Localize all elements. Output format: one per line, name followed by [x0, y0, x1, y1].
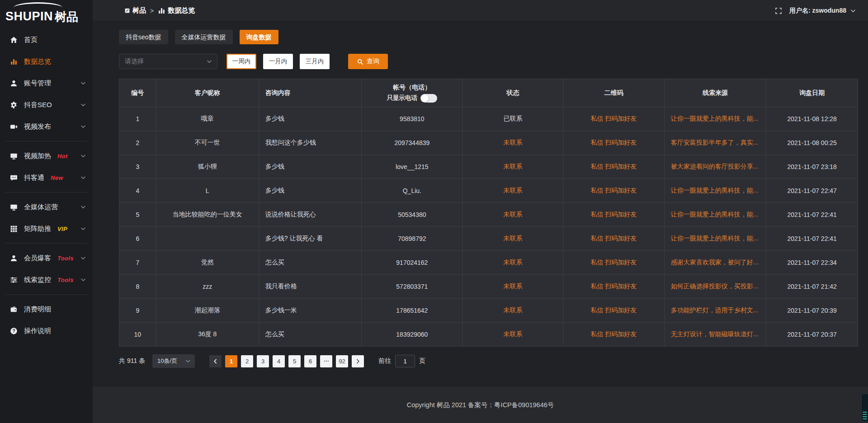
sidebar-item-douketong[interactable]: 抖客通New — [0, 167, 93, 188]
goto-page-input[interactable] — [395, 355, 415, 367]
sidebar-item-badge: Tools — [57, 255, 74, 262]
cell-qrcode[interactable]: 私信 扫码加好友 — [563, 227, 665, 251]
sidebar-item-home[interactable]: 首页 — [0, 29, 93, 51]
more-pages-button[interactable] — [320, 355, 332, 367]
page-size-select[interactable]: 10条/页 — [152, 354, 195, 368]
cell-status: 未联系 — [462, 155, 563, 179]
sidebar-item-member-baoke[interactable]: 会员爆客Tools — [0, 247, 93, 269]
sidebar-item-label: 矩阵助推 — [24, 225, 51, 233]
cell-qrcode[interactable]: 私信 扫码加好友 — [563, 203, 665, 227]
app-root: SHUPIN 树品 首页数据总览账号管理抖音SEO视频发布视频加热Hot抖客通N… — [0, 0, 868, 423]
phone-only-toggle[interactable] — [420, 94, 437, 103]
ellipsis-icon — [323, 358, 330, 364]
sidebar-divider — [5, 243, 87, 244]
breadcrumb-item[interactable]: 树品 — [124, 6, 146, 15]
col-account-label: 帐号（电话） — [362, 84, 462, 92]
filter-bar: 请选择 一周内一月内三月内 查询 — [119, 54, 858, 69]
col-account: 帐号（电话） 只显示电话 — [361, 79, 462, 107]
inquiry-table: 编号 客户昵称 咨询内容 帐号（电话） 只显示电话 状态 二维码 线索来源 — [119, 79, 858, 347]
cell-account: 70898792 — [361, 227, 462, 251]
next-page-button[interactable] — [352, 355, 364, 367]
sidebar-item-operation-guide[interactable]: ?操作说明 — [0, 320, 93, 342]
cell-status: 未联系 — [462, 131, 563, 155]
sidebar-item-account-management[interactable]: 账号管理 — [0, 72, 93, 94]
period-button-0[interactable]: 一周内 — [226, 54, 256, 69]
period-button-2[interactable]: 三月内 — [300, 54, 330, 69]
cell-qrcode[interactable]: 私信 扫码加好友 — [563, 131, 665, 155]
cell-source[interactable]: 无主灯设计，智能磁吸轨道灯... — [664, 323, 766, 347]
cell-source[interactable]: 被大家追着问的客厅投影分享... — [664, 155, 766, 179]
table-row: 9潮起潮落多少钱一米178651642未联系私信 扫码加好友多功能护栏灯，适用于… — [119, 299, 858, 323]
sidebar-item-label: 首页 — [24, 36, 38, 44]
sidebar-item-clue-monitor[interactable]: 线索监控Tools — [0, 269, 93, 291]
cell-nickname: 不可一世 — [156, 131, 259, 155]
breadcrumb-item[interactable]: 数据总览 — [158, 6, 195, 15]
cell-source[interactable]: 感谢大家喜欢我家，被问了好... — [664, 251, 766, 275]
cell-id: 6 — [119, 227, 156, 251]
cell-account: 9583810 — [361, 107, 462, 131]
breadcrumb-label: 树品 — [132, 6, 146, 15]
logo[interactable]: SHUPIN 树品 — [0, 0, 93, 26]
sidebar-item-video-publish[interactable]: 视频发布 — [0, 116, 93, 137]
page-button-6[interactable]: 6 — [304, 355, 316, 367]
cell-qrcode[interactable]: 私信 扫码加好友 — [563, 323, 665, 347]
cell-source[interactable]: 如何正确选择投影仪，买投影... — [664, 275, 766, 299]
account-select[interactable]: 请选择 — [119, 54, 217, 69]
cell-date: 2021-11-07 21:42 — [766, 275, 858, 299]
sidebar-item-matrix-boost[interactable]: 矩阵助推VIP — [0, 218, 93, 240]
cell-content: 多少钱 — [259, 179, 361, 203]
sidebar-item-label: 消费明细 — [24, 305, 51, 314]
cell-qrcode[interactable]: 私信 扫码加好友 — [563, 251, 665, 275]
sidebar-divider — [5, 294, 87, 295]
cell-source[interactable]: 让你一眼就爱上的黑科技，能... — [664, 227, 766, 251]
sidebar-item-media-operation[interactable]: 全媒体运营 — [0, 196, 93, 218]
chevron-down-icon — [80, 255, 86, 261]
cell-qrcode[interactable]: 私信 扫码加好友 — [563, 299, 665, 323]
cell-qrcode[interactable]: 私信 扫码加好友 — [563, 155, 665, 179]
cell-qrcode[interactable]: 私信 扫码加好友 — [563, 107, 665, 131]
wallet-icon — [10, 306, 19, 313]
tab-2[interactable]: 询盘数据 — [240, 30, 278, 44]
page-button-4[interactable]: 4 — [273, 355, 285, 367]
cell-qrcode[interactable]: 私信 扫码加好友 — [563, 179, 665, 203]
table-row: 4L多少钱Q_Liu.未联系私信 扫码加好友让你一眼就爱上的黑科技，能...20… — [119, 179, 858, 203]
chevron-down-icon[interactable] — [850, 8, 856, 14]
cell-source[interactable]: 让你一眼就爱上的黑科技，能... — [664, 203, 766, 227]
tab-0[interactable]: 抖音seo数据 — [119, 30, 168, 44]
sidebar-item-consumption-detail[interactable]: 消费明细 — [0, 298, 93, 320]
page-button-1[interactable]: 1 — [225, 355, 237, 367]
logo-arc — [14, 2, 62, 8]
cell-account: 2097344839 — [361, 131, 462, 155]
footer: Copyright 树品 2021 备案号：粤ICP备09019646号 — [93, 387, 868, 423]
sidebar-item-badge: VIP — [57, 226, 67, 232]
cell-content: 我只看价格 — [259, 275, 361, 299]
prev-page-button[interactable] — [209, 355, 222, 367]
sidebar-item-data-overview[interactable]: 数据总览 — [0, 51, 93, 72]
sidebar-item-douyin-seo[interactable]: 抖音SEO — [0, 94, 93, 116]
cell-source[interactable]: 让你一眼就爱上的黑科技，能... — [664, 179, 766, 203]
cell-source[interactable]: 让你一眼就爱上的黑科技，能... — [664, 107, 766, 131]
page-button-92[interactable]: 92 — [336, 355, 348, 367]
cell-date: 2021-11-08 12:28 — [766, 107, 858, 131]
cell-status: 未联系 — [462, 203, 563, 227]
cell-source[interactable]: 多功能护栏灯，适用于乡村文... — [664, 299, 766, 323]
username[interactable]: 用户名: zswodun88 — [789, 7, 846, 15]
col-date: 询盘日期 — [766, 79, 858, 107]
query-button[interactable]: 查询 — [348, 54, 388, 69]
page-button-3[interactable]: 3 — [257, 355, 269, 367]
cell-source[interactable]: 客厅安装投影半年多了，真实... — [664, 131, 766, 155]
monitor-play-icon — [10, 152, 19, 160]
period-button-1[interactable]: 一月内 — [263, 54, 293, 69]
cell-qrcode[interactable]: 私信 扫码加好友 — [563, 275, 665, 299]
page-button-5[interactable]: 5 — [288, 355, 301, 367]
fullscreen-icon[interactable] — [775, 7, 782, 14]
tab-1[interactable]: 全媒体运营数据 — [175, 30, 233, 44]
cell-nickname: L — [156, 179, 259, 203]
cell-content: 怎么买 — [259, 251, 361, 275]
sidebar-item-label: 操作说明 — [24, 327, 51, 335]
sidebar-item-video-heating[interactable]: 视频加热Hot — [0, 145, 93, 167]
floating-widget[interactable] — [861, 394, 868, 422]
page-button-2[interactable]: 2 — [241, 355, 253, 367]
cell-status: 未联系 — [462, 275, 563, 299]
monitor-icon — [10, 203, 19, 211]
